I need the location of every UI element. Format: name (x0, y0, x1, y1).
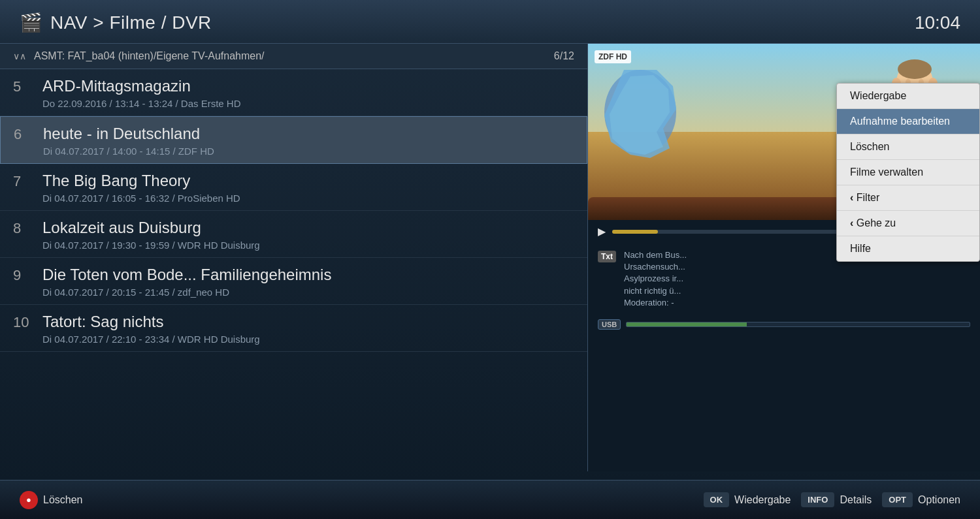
usb-bar: USB (588, 315, 980, 334)
item-meta: Do 22.09.2016 / 13:14 - 13:24 / Das Erst… (42, 98, 574, 109)
item-number: 7 (13, 172, 42, 190)
item-number: 8 (13, 219, 42, 237)
opt-text: Optionen (918, 494, 960, 506)
film-icon: 🎬 (20, 12, 42, 33)
map-svg (598, 63, 683, 161)
opt-label: OPT (882, 492, 913, 507)
channel-logo: ZDF HD (595, 50, 631, 63)
menu-item-gehe-zu[interactable]: Gehe zu (837, 211, 979, 236)
item-meta: Di 04.07.2017 / 22:10 - 23:34 / WDR HD D… (42, 334, 574, 345)
usb-progress-fill (627, 322, 747, 326)
item-details: Lokalzeit aus Duisburg Di 04.07.2017 / 1… (42, 219, 574, 251)
main-content: ∨∧ ASMT: FAT_ba04 (hinten)/Eigene TV-Auf… (0, 44, 980, 471)
item-title: ARD-Mittagsmagazin (42, 77, 574, 95)
teletext-icon: Txt (598, 251, 616, 262)
path-label: ASMT: FAT_ba04 (hinten)/Eigene TV-Aufnah… (34, 50, 265, 62)
usb-progress-bar (626, 322, 970, 327)
item-number: 9 (13, 266, 42, 284)
list-item[interactable]: 5 ARD-Mittagsmagazin Do 22.09.2016 / 13:… (0, 69, 587, 116)
item-details: Tatort: Sag nichts Di 04.07.2017 / 22:10… (42, 313, 574, 345)
file-panel: ∨∧ ASMT: FAT_ba04 (hinten)/Eigene TV-Auf… (0, 44, 588, 471)
header: 🎬 NAV > Filme / DVR 10:04 (0, 0, 980, 44)
item-title: Lokalzeit aus Duisburg (42, 219, 574, 237)
item-title: Tatort: Sag nichts (42, 313, 574, 331)
list-item[interactable]: 10 Tatort: Sag nichts Di 04.07.2017 / 22… (0, 305, 587, 352)
path-arrows: ∨∧ (13, 51, 26, 61)
item-title: The Big Bang Theory (42, 172, 574, 190)
progress-fill (612, 230, 658, 234)
clock-display: 10:04 (915, 12, 960, 33)
svg-point-2 (898, 59, 932, 79)
opt-button[interactable]: OPT Optionen (882, 492, 960, 507)
info-line5: Moderation: - (624, 298, 674, 307)
menu-item-filme-verwalten[interactable]: Filme verwalten (837, 160, 979, 185)
list-item[interactable]: 7 The Big Bang Theory Di 04.07.2017 / 16… (0, 164, 587, 211)
path-count: 6/12 (554, 50, 574, 62)
path-text: ∨∧ ASMT: FAT_ba04 (hinten)/Eigene TV-Auf… (13, 50, 265, 62)
info-line3: Asylprozess ir... (624, 274, 683, 283)
menu-item-wiedergabe[interactable]: Wiedergabe (837, 84, 979, 109)
item-title: Die Toten vom Bode... Familiengeheimnis (42, 266, 574, 284)
item-meta: Di 04.07.2017 / 20:15 - 21:45 / zdf_neo … (42, 287, 574, 298)
delete-button[interactable]: ● Löschen (20, 491, 83, 509)
page-title: NAV > Filme / DVR (50, 12, 212, 33)
item-details: ARD-Mittagsmagazin Do 22.09.2016 / 13:14… (42, 77, 574, 109)
info-text: Details (840, 494, 872, 506)
info-line2: Ursachensuch... (624, 262, 685, 272)
context-menu: Wiedergabe Aufnahme bearbeiten Löschen F… (836, 83, 980, 262)
item-number: 10 (13, 313, 42, 331)
header-left: 🎬 NAV > Filme / DVR (20, 12, 212, 33)
recording-list: 5 ARD-Mittagsmagazin Do 22.09.2016 / 13:… (0, 69, 587, 352)
map-container (598, 63, 683, 161)
play-button[interactable]: ▶ (598, 225, 606, 238)
item-meta: Di 04.07.2017 / 19:30 - 19:59 / WDR HD D… (42, 240, 574, 251)
ok-text: Wiedergabe (734, 494, 791, 506)
menu-item-filter[interactable]: Filter (837, 185, 979, 211)
info-button[interactable]: INFO Details (801, 492, 872, 507)
item-meta: Di 04.07.2017 / 16:05 - 16:32 / ProSiebe… (42, 193, 574, 204)
list-item[interactable]: 6 heute - in Deutschland Di 04.07.2017 /… (0, 116, 587, 164)
footer-right: OK Wiedergabe INFO Details OPT Optionen (704, 492, 960, 507)
red-circle-icon: ● (20, 491, 38, 509)
info-label: INFO (801, 492, 834, 507)
footer: ● Löschen OK Wiedergabe INFO Details OPT… (0, 480, 980, 519)
list-item[interactable]: 8 Lokalzeit aus Duisburg Di 04.07.2017 /… (0, 211, 587, 258)
menu-item-loeschen[interactable]: Löschen (837, 134, 979, 160)
item-details: heute - in Deutschland Di 04.07.2017 / 1… (43, 125, 574, 157)
delete-label: Löschen (43, 494, 83, 506)
info-line4: nicht richtig ü... (624, 286, 681, 296)
item-meta: Di 04.07.2017 / 14:00 - 14:15 / ZDF HD (43, 146, 574, 157)
item-number: 6 (14, 125, 43, 143)
item-title: heute - in Deutschland (43, 125, 574, 143)
menu-item-hilfe[interactable]: Hilfe (837, 236, 979, 261)
ok-button[interactable]: OK Wiedergabe (704, 492, 791, 507)
usb-label: USB (598, 319, 621, 330)
menu-item-aufnahme-bearbeiten[interactable]: Aufnahme bearbeiten (837, 109, 979, 134)
preview-panel: ZDF HD (588, 44, 980, 471)
info-line1: Nach dem Bus... (624, 250, 687, 260)
item-number: 5 (13, 77, 42, 95)
item-details: Die Toten vom Bode... Familiengeheimnis … (42, 266, 574, 298)
item-details: The Big Bang Theory Di 04.07.2017 / 16:0… (42, 172, 574, 204)
footer-left: ● Löschen (20, 491, 83, 509)
ok-label: OK (704, 492, 730, 507)
path-bar: ∨∧ ASMT: FAT_ba04 (hinten)/Eigene TV-Auf… (0, 44, 587, 69)
list-item[interactable]: 9 Die Toten vom Bode... Familiengeheimni… (0, 258, 587, 305)
